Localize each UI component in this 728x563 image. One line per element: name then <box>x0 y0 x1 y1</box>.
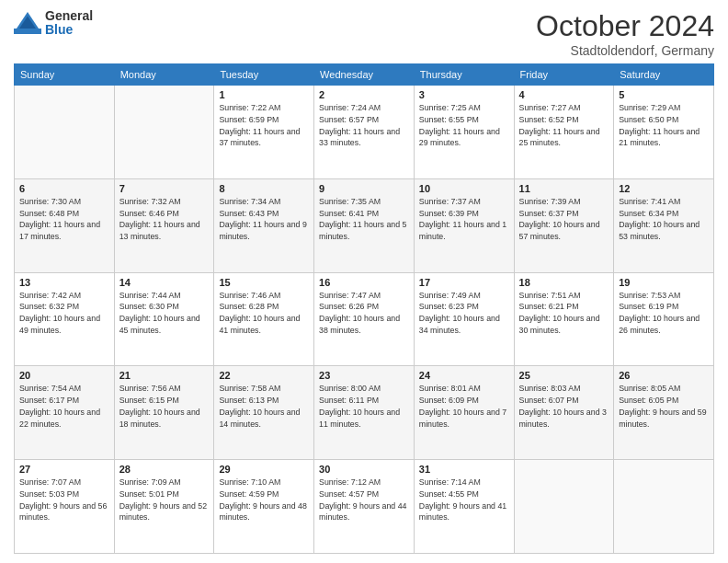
calendar-cell: 11Sunrise: 7:39 AM Sunset: 6:37 PM Dayli… <box>514 178 614 272</box>
day-info: Sunrise: 7:41 AM Sunset: 6:34 PM Dayligh… <box>619 196 709 243</box>
weekday-header-thursday: Thursday <box>414 64 514 86</box>
day-number: 19 <box>619 277 709 288</box>
calendar-cell: 24Sunrise: 8:01 AM Sunset: 6:09 PM Dayli… <box>414 366 514 460</box>
day-number: 7 <box>119 183 210 194</box>
day-info: Sunrise: 7:54 AM Sunset: 6:17 PM Dayligh… <box>19 383 109 430</box>
day-number: 24 <box>419 370 509 381</box>
logo-general-text: General <box>45 9 93 23</box>
day-info: Sunrise: 7:47 AM Sunset: 6:26 PM Dayligh… <box>319 290 409 337</box>
calendar-cell: 28Sunrise: 7:09 AM Sunset: 5:01 PM Dayli… <box>114 460 214 554</box>
calendar-cell: 31Sunrise: 7:14 AM Sunset: 4:55 PM Dayli… <box>414 460 514 554</box>
day-info: Sunrise: 7:24 AM Sunset: 6:57 PM Dayligh… <box>319 102 409 149</box>
calendar-cell: 3Sunrise: 7:25 AM Sunset: 6:55 PM Daylig… <box>414 86 514 179</box>
title-section: October 2024 Stadtoldendorf, Germany <box>536 9 714 58</box>
calendar-cell: 7Sunrise: 7:32 AM Sunset: 6:46 PM Daylig… <box>114 178 214 272</box>
day-number: 28 <box>119 464 210 475</box>
day-number: 26 <box>619 370 709 381</box>
day-info: Sunrise: 7:34 AM Sunset: 6:43 PM Dayligh… <box>219 196 309 243</box>
day-info: Sunrise: 7:09 AM Sunset: 5:01 PM Dayligh… <box>119 477 210 523</box>
day-number: 1 <box>219 89 309 100</box>
day-number: 18 <box>519 277 609 288</box>
day-number: 11 <box>519 183 609 194</box>
weekday-header-sunday: Sunday <box>15 64 115 86</box>
svg-rect-2 <box>14 29 41 34</box>
day-info: Sunrise: 7:32 AM Sunset: 6:46 PM Dayligh… <box>119 196 210 243</box>
calendar-week-row: 1Sunrise: 7:22 AM Sunset: 6:59 PM Daylig… <box>15 86 714 179</box>
day-info: Sunrise: 7:10 AM Sunset: 4:59 PM Dayligh… <box>219 477 309 523</box>
day-info: Sunrise: 7:42 AM Sunset: 6:32 PM Dayligh… <box>19 290 109 337</box>
calendar-cell: 4Sunrise: 7:27 AM Sunset: 6:52 PM Daylig… <box>514 86 614 179</box>
day-number: 22 <box>219 370 309 381</box>
calendar-cell: 5Sunrise: 7:29 AM Sunset: 6:50 PM Daylig… <box>614 86 714 179</box>
day-number: 4 <box>519 89 609 100</box>
day-info: Sunrise: 7:14 AM Sunset: 4:55 PM Dayligh… <box>419 477 509 523</box>
calendar-week-row: 20Sunrise: 7:54 AM Sunset: 6:17 PM Dayli… <box>15 366 714 460</box>
day-info: Sunrise: 8:03 AM Sunset: 6:07 PM Dayligh… <box>519 383 609 430</box>
location: Stadtoldendorf, Germany <box>536 43 714 58</box>
day-number: 5 <box>619 89 709 100</box>
day-number: 17 <box>419 277 509 288</box>
day-info: Sunrise: 7:46 AM Sunset: 6:28 PM Dayligh… <box>219 290 309 337</box>
logo: General Blue <box>14 9 93 38</box>
day-number: 23 <box>319 370 409 381</box>
day-info: Sunrise: 8:05 AM Sunset: 6:05 PM Dayligh… <box>619 383 709 430</box>
calendar-cell: 13Sunrise: 7:42 AM Sunset: 6:32 PM Dayli… <box>15 272 115 366</box>
day-number: 31 <box>419 464 509 475</box>
calendar-cell: 26Sunrise: 8:05 AM Sunset: 6:05 PM Dayli… <box>614 366 714 460</box>
calendar-cell: 23Sunrise: 8:00 AM Sunset: 6:11 PM Dayli… <box>314 366 415 460</box>
calendar-cell: 20Sunrise: 7:54 AM Sunset: 6:17 PM Dayli… <box>15 366 115 460</box>
day-number: 8 <box>219 183 309 194</box>
day-info: Sunrise: 7:44 AM Sunset: 6:30 PM Dayligh… <box>119 290 210 337</box>
calendar-cell: 6Sunrise: 7:30 AM Sunset: 6:48 PM Daylig… <box>15 178 115 272</box>
day-number: 21 <box>119 370 210 381</box>
day-info: Sunrise: 7:51 AM Sunset: 6:21 PM Dayligh… <box>519 290 609 337</box>
calendar-cell: 25Sunrise: 8:03 AM Sunset: 6:07 PM Dayli… <box>514 366 614 460</box>
day-number: 13 <box>19 277 109 288</box>
day-number: 27 <box>19 464 109 475</box>
day-number: 20 <box>19 370 109 381</box>
day-info: Sunrise: 8:01 AM Sunset: 6:09 PM Dayligh… <box>419 383 509 430</box>
day-number: 3 <box>419 89 509 100</box>
calendar-cell <box>514 460 614 554</box>
logo-icon <box>14 9 41 37</box>
calendar-cell: 17Sunrise: 7:49 AM Sunset: 6:23 PM Dayli… <box>414 272 514 366</box>
weekday-header-friday: Friday <box>514 64 614 86</box>
day-info: Sunrise: 7:49 AM Sunset: 6:23 PM Dayligh… <box>419 290 509 337</box>
calendar-cell: 2Sunrise: 7:24 AM Sunset: 6:57 PM Daylig… <box>314 86 415 179</box>
weekday-header-row: SundayMondayTuesdayWednesdayThursdayFrid… <box>15 64 714 86</box>
day-info: Sunrise: 7:27 AM Sunset: 6:52 PM Dayligh… <box>519 102 609 149</box>
calendar-cell: 29Sunrise: 7:10 AM Sunset: 4:59 PM Dayli… <box>214 460 314 554</box>
calendar-cell: 19Sunrise: 7:53 AM Sunset: 6:19 PM Dayli… <box>614 272 714 366</box>
calendar-cell: 27Sunrise: 7:07 AM Sunset: 5:03 PM Dayli… <box>15 460 115 554</box>
day-number: 2 <box>319 89 409 100</box>
day-number: 25 <box>519 370 609 381</box>
weekday-header-monday: Monday <box>114 64 214 86</box>
day-info: Sunrise: 7:37 AM Sunset: 6:39 PM Dayligh… <box>419 196 509 243</box>
day-number: 9 <box>319 183 409 194</box>
calendar-cell: 14Sunrise: 7:44 AM Sunset: 6:30 PM Dayli… <box>114 272 214 366</box>
calendar-cell: 15Sunrise: 7:46 AM Sunset: 6:28 PM Dayli… <box>214 272 314 366</box>
logo-blue-text: Blue <box>45 23 93 37</box>
day-number: 15 <box>219 277 309 288</box>
day-info: Sunrise: 7:58 AM Sunset: 6:13 PM Dayligh… <box>219 383 309 430</box>
day-info: Sunrise: 7:30 AM Sunset: 6:48 PM Dayligh… <box>19 196 109 243</box>
calendar-cell: 22Sunrise: 7:58 AM Sunset: 6:13 PM Dayli… <box>214 366 314 460</box>
weekday-header-saturday: Saturday <box>614 64 714 86</box>
calendar-cell: 9Sunrise: 7:35 AM Sunset: 6:41 PM Daylig… <box>314 178 415 272</box>
day-number: 14 <box>119 277 210 288</box>
day-info: Sunrise: 7:35 AM Sunset: 6:41 PM Dayligh… <box>319 196 409 243</box>
calendar-cell: 18Sunrise: 7:51 AM Sunset: 6:21 PM Dayli… <box>514 272 614 366</box>
calendar-cell: 16Sunrise: 7:47 AM Sunset: 6:26 PM Dayli… <box>314 272 415 366</box>
day-info: Sunrise: 7:25 AM Sunset: 6:55 PM Dayligh… <box>419 102 509 149</box>
calendar-cell: 1Sunrise: 7:22 AM Sunset: 6:59 PM Daylig… <box>214 86 314 179</box>
day-info: Sunrise: 7:56 AM Sunset: 6:15 PM Dayligh… <box>119 383 210 430</box>
calendar-table: SundayMondayTuesdayWednesdayThursdayFrid… <box>14 63 714 554</box>
calendar-week-row: 13Sunrise: 7:42 AM Sunset: 6:32 PM Dayli… <box>15 272 714 366</box>
calendar-cell <box>614 460 714 554</box>
day-number: 12 <box>619 183 709 194</box>
day-info: Sunrise: 7:53 AM Sunset: 6:19 PM Dayligh… <box>619 290 709 337</box>
calendar-cell <box>15 86 115 179</box>
day-number: 16 <box>319 277 409 288</box>
calendar-cell <box>114 86 214 179</box>
weekday-header-wednesday: Wednesday <box>314 64 415 86</box>
